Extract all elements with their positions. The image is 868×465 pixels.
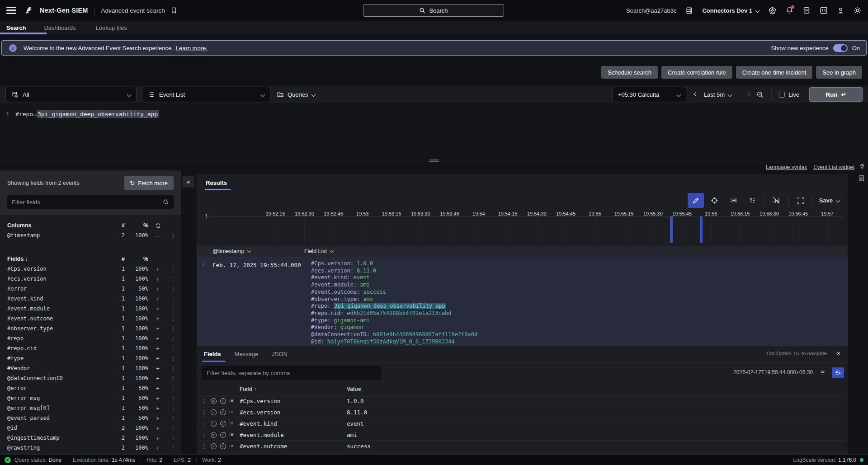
timestamp-column-header[interactable]: @timestamp <box>212 248 250 254</box>
sync-columns-icon[interactable] <box>148 223 167 229</box>
field-view-toggle-button[interactable] <box>832 367 844 378</box>
tenant-selector[interactable]: Connectors Dev 1 <box>702 7 759 14</box>
field-row[interactable]: #Cps.version 1 100% + ⋮ <box>0 264 181 274</box>
field-row[interactable]: @id 2 100% + ⋮ <box>0 423 181 433</box>
zoom-out-time-icon[interactable] <box>756 91 764 99</box>
exclude-filter-icon[interactable]: / <box>220 432 226 438</box>
marketplace-icon[interactable] <box>768 6 777 15</box>
close-inspector-icon[interactable]: × <box>836 349 840 357</box>
inspector-tab-message[interactable]: Message <box>235 351 259 357</box>
save-menu[interactable]: Save <box>819 197 840 204</box>
add-column-icon[interactable]: + <box>148 296 167 302</box>
pin-query-icon[interactable] <box>859 163 865 170</box>
bookmark-icon[interactable] <box>170 7 177 14</box>
user-profile-icon[interactable] <box>837 7 844 14</box>
add-column-icon[interactable]: + <box>148 276 167 282</box>
field-row[interactable]: @error_msg[0] 1 50% + ⋮ <box>0 403 181 413</box>
field-list-icon[interactable]: ≡ <box>230 399 234 403</box>
timeline-bar[interactable] <box>700 216 703 243</box>
view-selector[interactable]: Event List <box>142 87 270 102</box>
add-column-icon[interactable]: + <box>148 266 167 272</box>
field-row[interactable]: #error 1 50% + ⋮ <box>0 284 181 294</box>
include-filter-icon[interactable]: = <box>211 409 217 415</box>
field-row[interactable]: @event_parsed 1 50% + ⋮ <box>0 413 181 423</box>
field-list-icon[interactable]: ≡ <box>230 432 234 437</box>
add-column-icon[interactable]: + <box>148 286 167 292</box>
add-column-icon[interactable]: + <box>148 385 167 392</box>
learn-more-link[interactable]: Learn more. <box>176 45 208 52</box>
exclude-filter-icon[interactable]: / <box>220 421 226 427</box>
query-editor[interactable]: 1 #repo=3pi_gigamon_deep_observability_a… <box>0 103 868 164</box>
add-column-icon[interactable]: + <box>148 375 167 382</box>
timezone-selector[interactable]: +05:30 Calcutta <box>612 87 686 102</box>
add-column-icon[interactable]: + <box>148 445 167 451</box>
row-kebab-icon[interactable]: ⋮ <box>201 398 207 404</box>
value-column-header[interactable]: Value <box>347 386 848 392</box>
kebab-menu-icon[interactable]: ⋮ <box>167 425 179 431</box>
inspector-row[interactable]: ⋮ = / ≡ #event.kind event <box>197 418 848 429</box>
field-row[interactable]: #event.outcome 1 100% + ⋮ <box>0 314 181 324</box>
exclude-filter-icon[interactable]: / <box>220 443 226 449</box>
schedule-search-button[interactable]: Schedule search <box>601 66 658 79</box>
add-column-icon[interactable]: + <box>148 335 167 342</box>
kebab-menu-icon[interactable]: ⋮ <box>167 305 179 312</box>
field-row[interactable]: #observer.type 1 100% + ⋮ <box>0 324 181 333</box>
remove-column-icon[interactable]: — <box>148 232 167 239</box>
see-in-graph-button[interactable]: See in graph <box>816 66 862 79</box>
repository-selector[interactable]: All <box>5 87 137 102</box>
column-row[interactable]: @timestamp 2 100% — ⋮ <box>0 230 181 240</box>
kebab-menu-icon[interactable]: ⋮ <box>167 232 179 239</box>
field-list-icon[interactable]: ≡ <box>230 444 234 448</box>
kebab-menu-icon[interactable]: ⋮ <box>167 375 179 381</box>
field-row[interactable]: #event.kind 1 100% + ⋮ <box>0 294 181 304</box>
field-list-icon[interactable]: ≡ <box>230 421 234 426</box>
crosshair-button[interactable] <box>707 193 723 208</box>
queries-menu[interactable]: Queries <box>277 91 315 98</box>
jump-to-end-button[interactable] <box>726 193 742 208</box>
time-range-selector[interactable]: Last 5m <box>704 91 731 98</box>
tab-lookup-files[interactable]: Lookup files <box>95 24 127 31</box>
create-one-time-incident-button[interactable]: Create one-time incident <box>736 66 813 79</box>
include-filter-icon[interactable]: = <box>211 421 217 427</box>
field-list-icon[interactable]: ≡ <box>230 410 234 414</box>
kebab-menu-icon[interactable]: ⋮ <box>167 395 179 401</box>
add-column-icon[interactable]: + <box>148 355 167 362</box>
fetch-more-button[interactable]: ↻ Fetch more <box>124 176 174 190</box>
time-forward-button[interactable] <box>746 91 749 98</box>
inspector-row[interactable]: ⋮ = / ≡ #Cps.version 1.0.0 <box>197 395 848 406</box>
field-row[interactable]: #ecs.version 1 100% + ⋮ <box>0 274 181 284</box>
fieldlist-column-header[interactable]: Field List <box>304 248 333 254</box>
kebab-menu-icon[interactable]: ⋮ <box>167 435 179 441</box>
field-row[interactable]: @ingesttimestamp 2 100% + ⋮ <box>0 433 181 443</box>
add-column-icon[interactable]: + <box>148 345 167 352</box>
messages-icon[interactable] <box>802 6 811 14</box>
inspector-row[interactable]: ⋮ = / ≡ #ecs.version 8.11.0 <box>197 406 848 418</box>
inspector-row[interactable]: ⋮ = / ≡ #event.outcome success <box>197 440 848 451</box>
kebab-menu-icon[interactable]: ⋮ <box>167 445 179 451</box>
timeline-bar[interactable] <box>670 216 673 243</box>
add-column-icon[interactable]: + <box>148 305 167 312</box>
add-column-icon[interactable]: + <box>148 405 167 412</box>
notifications-bell-icon[interactable] <box>786 6 793 14</box>
fullscreen-button[interactable] <box>793 193 809 208</box>
add-column-icon[interactable]: + <box>148 415 167 422</box>
kebab-menu-icon[interactable]: ⋮ <box>167 315 179 322</box>
inspector-row[interactable]: ⋮ = / ≡ #event.module ami <box>197 429 848 440</box>
inspector-tab-json[interactable]: JSON <box>272 351 288 357</box>
event-timeline-chart[interactable]: 1 19:52:15 19:52:30 <box>197 210 848 244</box>
row-kebab-icon[interactable]: ⋮ <box>201 432 207 438</box>
kebab-menu-icon[interactable]: ⋮ <box>167 325 179 332</box>
row-kebab-icon[interactable]: ⋮ <box>201 409 207 416</box>
hide-histogram-button[interactable] <box>769 193 785 208</box>
theme-sun-icon[interactable] <box>854 6 862 14</box>
include-filter-icon[interactable]: = <box>211 398 217 404</box>
live-checkbox[interactable]: Live <box>779 91 799 98</box>
language-syntax-link[interactable]: Language syntax <box>766 164 807 170</box>
global-search[interactable]: Search <box>363 4 504 17</box>
field-row[interactable]: #repo 1 100% + ⋮ <box>0 333 181 343</box>
row-kebab-icon[interactable]: ⋮ <box>201 420 207 427</box>
add-column-icon[interactable]: + <box>148 325 167 332</box>
collapse-sidebar-button[interactable]: « <box>182 176 194 188</box>
inspector-tab-fields[interactable]: Fields <box>204 351 221 357</box>
tab-search[interactable]: Search <box>6 24 26 31</box>
